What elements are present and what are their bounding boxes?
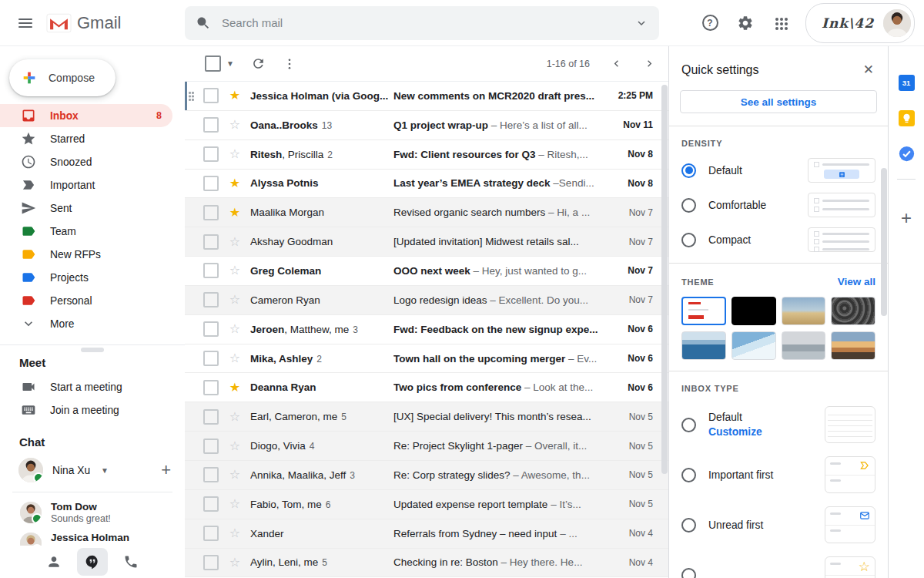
search-input[interactable] xyxy=(220,15,634,30)
density-option-default[interactable]: Default xyxy=(681,158,875,183)
radio-button[interactable] xyxy=(681,198,696,213)
previous-page-icon[interactable] xyxy=(610,57,623,70)
star-icon[interactable]: ☆ xyxy=(227,411,243,423)
user-avatar[interactable] xyxy=(883,9,911,37)
row-checkbox[interactable] xyxy=(203,234,219,250)
select-all-checkbox[interactable] xyxy=(205,55,221,72)
row-checkbox[interactable] xyxy=(203,351,219,366)
sidebar-item-more[interactable]: More xyxy=(0,312,172,335)
panel-scrollbar[interactable] xyxy=(881,168,887,316)
row-checkbox[interactable] xyxy=(203,88,219,103)
settings-button[interactable] xyxy=(730,8,761,39)
sidebar-item-starred[interactable]: Starred xyxy=(0,127,172,150)
sidebar-item-inbox[interactable]: Inbox 8 xyxy=(0,104,172,127)
account-badge[interactable]: Ink\42 xyxy=(805,3,915,43)
refresh-icon[interactable] xyxy=(251,56,266,71)
email-row[interactable]: ☆ Akshay Goodman [Updated invitation] Mi… xyxy=(185,227,668,257)
drag-handle-icon[interactable] xyxy=(185,82,196,110)
radio-button[interactable] xyxy=(681,468,696,482)
radio-button[interactable] xyxy=(681,233,696,247)
hangouts-tab[interactable] xyxy=(77,548,108,576)
email-row[interactable]: ☆ Earl, Cameron, me5 [UX] Special delive… xyxy=(185,402,668,432)
add-addon-button[interactable]: + xyxy=(901,207,912,229)
email-row[interactable]: ☆ Ritesh, Priscilla2 Fwd: Client resourc… xyxy=(185,140,668,170)
sidebar-item-projects[interactable]: Projects xyxy=(0,266,172,289)
star-icon[interactable]: ☆ xyxy=(227,236,243,248)
sidebar-item-personal[interactable]: Personal xyxy=(0,289,172,312)
tasks-button[interactable] xyxy=(891,136,922,171)
close-icon[interactable]: ✕ xyxy=(863,62,874,78)
theme-thumbnail-ocean[interactable] xyxy=(681,331,726,360)
row-checkbox[interactable] xyxy=(203,439,219,454)
star-icon[interactable]: ☆ xyxy=(227,119,243,131)
row-checkbox[interactable] xyxy=(203,409,219,425)
google-apps-button[interactable] xyxy=(765,8,796,39)
inbox-type-option-default[interactable]: Default Customize xyxy=(681,406,875,443)
star-icon[interactable]: ☆ xyxy=(227,498,243,510)
inbox-type-option-partial[interactable]: ☆ xyxy=(681,556,875,578)
email-row[interactable]: ☆ Jeroen, Matthew, me3 Fwd: Feedback on … xyxy=(185,315,668,344)
sidebar-item-team[interactable]: Team xyxy=(0,220,172,243)
radio-button[interactable] xyxy=(681,518,696,533)
star-icon[interactable]: ☆ xyxy=(227,469,243,481)
star-icon[interactable]: ★ xyxy=(227,89,243,102)
star-icon[interactable]: ★ xyxy=(227,381,243,394)
row-checkbox[interactable] xyxy=(203,555,219,570)
row-checkbox[interactable] xyxy=(203,205,219,220)
theme-thumbnail-mountains[interactable] xyxy=(782,331,826,360)
row-checkbox[interactable] xyxy=(203,321,219,337)
email-row[interactable]: ☆ Xander Referrals from Sydney – need in… xyxy=(185,519,668,549)
row-checkbox[interactable] xyxy=(203,526,219,541)
email-row[interactable]: ☆ Mika, Ashley2 Town hall on the upcomin… xyxy=(185,344,668,374)
sidebar-item-snoozed[interactable]: Snoozed xyxy=(0,150,172,173)
theme-thumbnail-dark[interactable] xyxy=(732,297,776,325)
compose-button[interactable]: Compose xyxy=(9,59,116,96)
density-option-compact[interactable]: Compact xyxy=(681,227,875,252)
calls-tab[interactable] xyxy=(116,548,146,576)
inbox-type-option-important-first[interactable]: Important first xyxy=(681,456,875,493)
chat-self-row[interactable]: Nina Xu ▼ + xyxy=(0,455,185,487)
sidebar-item-important[interactable]: Important xyxy=(0,173,172,197)
meet-item-start-a-meeting[interactable]: Start a meeting xyxy=(0,375,185,398)
star-icon[interactable]: ☆ xyxy=(227,148,243,160)
radio-button[interactable] xyxy=(681,418,696,432)
search-icon[interactable] xyxy=(196,15,211,31)
theme-thumbnail-default[interactable] xyxy=(681,297,726,325)
email-row[interactable]: ☆ Cameron Ryan Logo redesign ideas – Exc… xyxy=(185,286,668,315)
new-chat-button[interactable]: + xyxy=(161,460,171,480)
chat-contact-tom-dow[interactable]: Tom Dow Sounds great! xyxy=(0,497,185,528)
row-checkbox[interactable] xyxy=(203,146,219,162)
email-row[interactable]: ★ Jessica Holman (via Goog... New commen… xyxy=(185,82,668,111)
star-icon[interactable]: ☆ xyxy=(227,294,243,306)
row-checkbox[interactable] xyxy=(203,380,219,395)
email-row[interactable]: ★ Deanna Ryan Two pics from conference –… xyxy=(185,373,668,402)
more-options-icon[interactable] xyxy=(283,57,296,71)
next-page-icon[interactable] xyxy=(643,57,656,70)
row-checkbox[interactable] xyxy=(203,496,219,512)
star-icon[interactable]: ☆ xyxy=(227,440,243,452)
email-row[interactable]: ☆ Diogo, Vivia4 Re: Project Skylight 1-p… xyxy=(185,432,668,461)
star-icon[interactable]: ☆ xyxy=(227,264,243,277)
radio-button[interactable] xyxy=(681,568,696,578)
email-row[interactable]: ☆ Annika, Maalika, Jeff3 Re: Corp strate… xyxy=(185,461,668,490)
row-checkbox[interactable] xyxy=(203,176,219,191)
theme-thumbnail-pebbles[interactable] xyxy=(831,297,875,325)
email-row[interactable]: ☆ Greg Coleman OOO next week – Hey, just… xyxy=(185,257,668,286)
star-icon[interactable]: ☆ xyxy=(227,527,243,539)
star-icon[interactable]: ☆ xyxy=(227,323,243,335)
email-row[interactable]: ☆ Fabio, Tom, me6 Updated expense report… xyxy=(185,490,668,519)
density-option-comfortable[interactable]: Comfortable xyxy=(681,193,875,217)
select-dropdown-icon[interactable]: ▼ xyxy=(226,59,234,68)
star-icon[interactable]: ☆ xyxy=(227,556,243,569)
radio-button[interactable] xyxy=(681,163,696,178)
see-all-settings-button[interactable]: See all settings xyxy=(680,90,877,113)
list-scrollbar[interactable] xyxy=(661,85,668,474)
meet-item-join-a-meeting[interactable]: Join a meeting xyxy=(0,398,185,422)
row-checkbox[interactable] xyxy=(203,263,219,278)
sidebar-item-sent[interactable]: Sent xyxy=(0,197,172,220)
theme-thumbnail-iceberg[interactable] xyxy=(732,331,776,360)
email-row[interactable]: ☆ Oana..Brooks13 Q1 project wrap-up – He… xyxy=(185,111,668,140)
chevron-down-icon[interactable]: ▼ xyxy=(101,466,109,475)
star-icon[interactable]: ☆ xyxy=(227,352,243,365)
search-options-chevron-icon[interactable] xyxy=(634,16,648,30)
